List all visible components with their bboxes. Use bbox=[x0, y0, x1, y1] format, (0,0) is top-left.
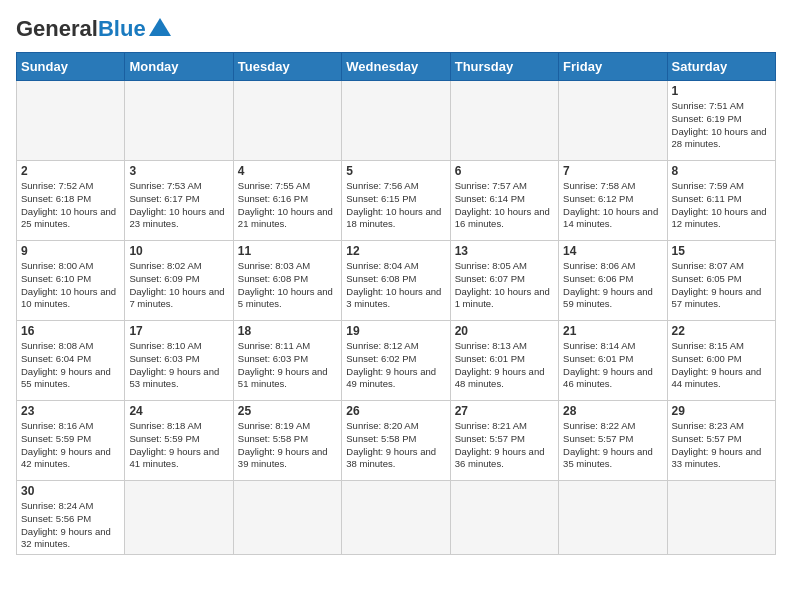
day-info: Sunrise: 7:53 AM Sunset: 6:17 PM Dayligh… bbox=[129, 180, 228, 231]
calendar-cell: 13Sunrise: 8:05 AM Sunset: 6:07 PM Dayli… bbox=[450, 241, 558, 321]
day-info: Sunrise: 7:57 AM Sunset: 6:14 PM Dayligh… bbox=[455, 180, 554, 231]
calendar-cell: 10Sunrise: 8:02 AM Sunset: 6:09 PM Dayli… bbox=[125, 241, 233, 321]
day-info: Sunrise: 8:03 AM Sunset: 6:08 PM Dayligh… bbox=[238, 260, 337, 311]
calendar-cell: 2Sunrise: 7:52 AM Sunset: 6:18 PM Daylig… bbox=[17, 161, 125, 241]
day-header-monday: Monday bbox=[125, 53, 233, 81]
calendar-cell bbox=[667, 481, 775, 555]
day-info: Sunrise: 8:18 AM Sunset: 5:59 PM Dayligh… bbox=[129, 420, 228, 471]
day-number: 14 bbox=[563, 244, 662, 258]
day-info: Sunrise: 8:04 AM Sunset: 6:08 PM Dayligh… bbox=[346, 260, 445, 311]
day-info: Sunrise: 7:58 AM Sunset: 6:12 PM Dayligh… bbox=[563, 180, 662, 231]
calendar-cell: 9Sunrise: 8:00 AM Sunset: 6:10 PM Daylig… bbox=[17, 241, 125, 321]
calendar-week-row: 23Sunrise: 8:16 AM Sunset: 5:59 PM Dayli… bbox=[17, 401, 776, 481]
calendar-cell bbox=[342, 81, 450, 161]
day-number: 10 bbox=[129, 244, 228, 258]
day-info: Sunrise: 8:00 AM Sunset: 6:10 PM Dayligh… bbox=[21, 260, 120, 311]
day-number: 3 bbox=[129, 164, 228, 178]
calendar-cell bbox=[125, 81, 233, 161]
day-number: 4 bbox=[238, 164, 337, 178]
calendar-cell bbox=[233, 481, 341, 555]
calendar-week-row: 2Sunrise: 7:52 AM Sunset: 6:18 PM Daylig… bbox=[17, 161, 776, 241]
day-number: 22 bbox=[672, 324, 771, 338]
calendar-cell bbox=[342, 481, 450, 555]
calendar-cell: 19Sunrise: 8:12 AM Sunset: 6:02 PM Dayli… bbox=[342, 321, 450, 401]
day-number: 15 bbox=[672, 244, 771, 258]
day-info: Sunrise: 8:07 AM Sunset: 6:05 PM Dayligh… bbox=[672, 260, 771, 311]
day-number: 8 bbox=[672, 164, 771, 178]
calendar-cell bbox=[450, 481, 558, 555]
calendar-cell: 28Sunrise: 8:22 AM Sunset: 5:57 PM Dayli… bbox=[559, 401, 667, 481]
calendar-cell: 6Sunrise: 7:57 AM Sunset: 6:14 PM Daylig… bbox=[450, 161, 558, 241]
calendar-week-row: 1Sunrise: 7:51 AM Sunset: 6:19 PM Daylig… bbox=[17, 81, 776, 161]
calendar-cell: 15Sunrise: 8:07 AM Sunset: 6:05 PM Dayli… bbox=[667, 241, 775, 321]
day-info: Sunrise: 7:56 AM Sunset: 6:15 PM Dayligh… bbox=[346, 180, 445, 231]
day-info: Sunrise: 8:24 AM Sunset: 5:56 PM Dayligh… bbox=[21, 500, 120, 551]
day-number: 21 bbox=[563, 324, 662, 338]
day-header-sunday: Sunday bbox=[17, 53, 125, 81]
day-info: Sunrise: 8:23 AM Sunset: 5:57 PM Dayligh… bbox=[672, 420, 771, 471]
calendar-cell bbox=[559, 481, 667, 555]
logo-text: GeneralBlue bbox=[16, 18, 146, 40]
calendar-cell: 14Sunrise: 8:06 AM Sunset: 6:06 PM Dayli… bbox=[559, 241, 667, 321]
calendar-cell: 24Sunrise: 8:18 AM Sunset: 5:59 PM Dayli… bbox=[125, 401, 233, 481]
day-number: 17 bbox=[129, 324, 228, 338]
calendar-cell: 26Sunrise: 8:20 AM Sunset: 5:58 PM Dayli… bbox=[342, 401, 450, 481]
day-info: Sunrise: 8:13 AM Sunset: 6:01 PM Dayligh… bbox=[455, 340, 554, 391]
day-number: 30 bbox=[21, 484, 120, 498]
calendar-cell: 17Sunrise: 8:10 AM Sunset: 6:03 PM Dayli… bbox=[125, 321, 233, 401]
logo-icon bbox=[149, 16, 171, 42]
day-info: Sunrise: 8:05 AM Sunset: 6:07 PM Dayligh… bbox=[455, 260, 554, 311]
day-info: Sunrise: 8:11 AM Sunset: 6:03 PM Dayligh… bbox=[238, 340, 337, 391]
calendar-cell: 7Sunrise: 7:58 AM Sunset: 6:12 PM Daylig… bbox=[559, 161, 667, 241]
day-info: Sunrise: 8:10 AM Sunset: 6:03 PM Dayligh… bbox=[129, 340, 228, 391]
day-number: 12 bbox=[346, 244, 445, 258]
calendar-header-row: SundayMondayTuesdayWednesdayThursdayFrid… bbox=[17, 53, 776, 81]
calendar-cell: 1Sunrise: 7:51 AM Sunset: 6:19 PM Daylig… bbox=[667, 81, 775, 161]
day-number: 25 bbox=[238, 404, 337, 418]
calendar-cell: 20Sunrise: 8:13 AM Sunset: 6:01 PM Dayli… bbox=[450, 321, 558, 401]
calendar-cell: 23Sunrise: 8:16 AM Sunset: 5:59 PM Dayli… bbox=[17, 401, 125, 481]
day-header-saturday: Saturday bbox=[667, 53, 775, 81]
calendar-cell: 22Sunrise: 8:15 AM Sunset: 6:00 PM Dayli… bbox=[667, 321, 775, 401]
day-info: Sunrise: 8:02 AM Sunset: 6:09 PM Dayligh… bbox=[129, 260, 228, 311]
day-number: 20 bbox=[455, 324, 554, 338]
day-number: 23 bbox=[21, 404, 120, 418]
calendar-cell: 29Sunrise: 8:23 AM Sunset: 5:57 PM Dayli… bbox=[667, 401, 775, 481]
calendar-cell bbox=[559, 81, 667, 161]
day-number: 6 bbox=[455, 164, 554, 178]
day-info: Sunrise: 8:21 AM Sunset: 5:57 PM Dayligh… bbox=[455, 420, 554, 471]
day-info: Sunrise: 8:19 AM Sunset: 5:58 PM Dayligh… bbox=[238, 420, 337, 471]
day-info: Sunrise: 7:59 AM Sunset: 6:11 PM Dayligh… bbox=[672, 180, 771, 231]
calendar-cell: 11Sunrise: 8:03 AM Sunset: 6:08 PM Dayli… bbox=[233, 241, 341, 321]
day-header-wednesday: Wednesday bbox=[342, 53, 450, 81]
calendar-cell: 8Sunrise: 7:59 AM Sunset: 6:11 PM Daylig… bbox=[667, 161, 775, 241]
day-info: Sunrise: 8:06 AM Sunset: 6:06 PM Dayligh… bbox=[563, 260, 662, 311]
calendar-cell: 4Sunrise: 7:55 AM Sunset: 6:16 PM Daylig… bbox=[233, 161, 341, 241]
day-number: 1 bbox=[672, 84, 771, 98]
day-number: 16 bbox=[21, 324, 120, 338]
day-info: Sunrise: 8:12 AM Sunset: 6:02 PM Dayligh… bbox=[346, 340, 445, 391]
calendar-cell: 12Sunrise: 8:04 AM Sunset: 6:08 PM Dayli… bbox=[342, 241, 450, 321]
header: GeneralBlue bbox=[16, 16, 776, 42]
day-info: Sunrise: 8:15 AM Sunset: 6:00 PM Dayligh… bbox=[672, 340, 771, 391]
calendar-week-row: 9Sunrise: 8:00 AM Sunset: 6:10 PM Daylig… bbox=[17, 241, 776, 321]
day-number: 9 bbox=[21, 244, 120, 258]
day-number: 18 bbox=[238, 324, 337, 338]
day-info: Sunrise: 8:22 AM Sunset: 5:57 PM Dayligh… bbox=[563, 420, 662, 471]
day-number: 24 bbox=[129, 404, 228, 418]
day-number: 13 bbox=[455, 244, 554, 258]
day-info: Sunrise: 8:20 AM Sunset: 5:58 PM Dayligh… bbox=[346, 420, 445, 471]
day-number: 28 bbox=[563, 404, 662, 418]
day-header-thursday: Thursday bbox=[450, 53, 558, 81]
calendar-cell bbox=[17, 81, 125, 161]
day-number: 11 bbox=[238, 244, 337, 258]
calendar-cell bbox=[450, 81, 558, 161]
calendar-week-row: 16Sunrise: 8:08 AM Sunset: 6:04 PM Dayli… bbox=[17, 321, 776, 401]
calendar-cell: 27Sunrise: 8:21 AM Sunset: 5:57 PM Dayli… bbox=[450, 401, 558, 481]
day-number: 29 bbox=[672, 404, 771, 418]
day-info: Sunrise: 7:51 AM Sunset: 6:19 PM Dayligh… bbox=[672, 100, 771, 151]
calendar-cell: 30Sunrise: 8:24 AM Sunset: 5:56 PM Dayli… bbox=[17, 481, 125, 555]
logo: GeneralBlue bbox=[16, 16, 171, 42]
calendar-cell: 5Sunrise: 7:56 AM Sunset: 6:15 PM Daylig… bbox=[342, 161, 450, 241]
day-number: 26 bbox=[346, 404, 445, 418]
